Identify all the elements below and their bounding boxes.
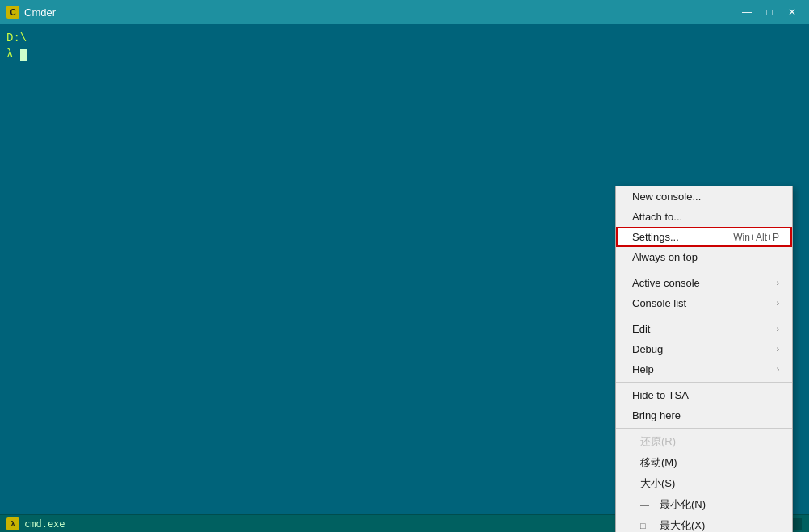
menu-item-attach-to-label: Attach to...	[632, 211, 779, 223]
menu-item-debug-arrow: ›	[777, 345, 779, 354]
maximize-button[interactable]: □	[759, 4, 780, 20]
menu-separator-2	[616, 316, 792, 316]
status-text: cmd.exe	[24, 518, 65, 530]
menu-item-edit-label: Edit	[632, 323, 777, 335]
menu-item-debug-label: Debug	[632, 343, 777, 355]
terminal-content: D:\ λ	[6, 31, 803, 62]
main-window: C Cmder — □ ✕ D:\ λ λ cmd.exe	[0, 0, 809, 532]
title-bar-left: C Cmder	[6, 6, 56, 19]
sys-menu-item-restore: 还原(R)	[616, 431, 792, 452]
menu-item-new-console[interactable]: New console...	[616, 186, 792, 207]
menu-item-settings[interactable]: Settings... Win+Alt+P	[616, 227, 792, 247]
menu-item-help-label: Help	[632, 363, 777, 375]
menu-item-bring-here-label: Bring here	[632, 409, 779, 421]
sys-menu-minimize-label: 最小化(N)	[660, 497, 779, 512]
status-icon: λ	[6, 517, 19, 530]
menu-item-debug[interactable]: Debug ›	[616, 339, 792, 359]
menu-item-console-list-arrow: ›	[777, 299, 779, 308]
sys-menu-restore-label: 还原(R)	[640, 434, 779, 449]
minimize-button[interactable]: —	[736, 4, 757, 20]
menu-item-bring-here[interactable]: Bring here	[616, 405, 792, 425]
menu-item-active-console-label: Active console	[632, 277, 777, 289]
menu-item-active-console[interactable]: Active console ›	[616, 273, 792, 293]
sys-menu-size-label: 大小(S)	[640, 476, 779, 491]
menu-item-attach-to[interactable]: Attach to...	[616, 207, 792, 227]
sys-menu-item-minimize[interactable]: — 最小化(N)	[616, 494, 792, 515]
menu-item-help-arrow: ›	[777, 365, 779, 374]
menu-item-hide-to-tsa-label: Hide to TSA	[632, 389, 779, 401]
menu-item-new-console-label: New console...	[632, 191, 779, 203]
menu-item-edit[interactable]: Edit ›	[616, 319, 792, 339]
sys-menu-item-maximize[interactable]: □ 最大化(X)	[616, 515, 792, 532]
menu-item-settings-shortcut: Win+Alt+P	[733, 232, 779, 243]
terminal-line2: λ	[6, 47, 803, 63]
app-icon: C	[6, 6, 19, 19]
minimize-sys-icon: —	[640, 500, 653, 509]
menu-item-settings-label: Settings...	[632, 231, 717, 243]
maximize-sys-icon: □	[640, 521, 653, 530]
menu-item-console-list[interactable]: Console list ›	[616, 293, 792, 313]
terminal-cursor	[20, 49, 27, 61]
menu-separator-1	[616, 270, 792, 270]
sys-menu-item-size[interactable]: 大小(S)	[616, 473, 792, 494]
window-title: Cmder	[24, 6, 56, 19]
sys-menu-item-move[interactable]: 移动(M)	[616, 452, 792, 473]
sys-menu-maximize-label: 最大化(X)	[660, 518, 779, 532]
menu-separator-4	[616, 428, 792, 429]
context-menu: New console... Attach to... Settings... …	[615, 186, 793, 532]
menu-item-hide-to-tsa[interactable]: Hide to TSA	[616, 385, 792, 405]
sys-menu-move-label: 移动(M)	[640, 455, 779, 470]
menu-item-edit-arrow: ›	[777, 325, 779, 333]
menu-item-active-console-arrow: ›	[777, 279, 779, 287]
window-controls: — □ ✕	[736, 4, 803, 20]
title-bar: C Cmder — □ ✕	[0, 0, 809, 24]
menu-item-console-list-label: Console list	[632, 297, 777, 309]
menu-item-always-on-top[interactable]: Always on top	[616, 247, 792, 267]
menu-item-always-on-top-label: Always on top	[632, 251, 779, 263]
close-button[interactable]: ✕	[782, 4, 803, 20]
menu-item-help[interactable]: Help ›	[616, 359, 792, 379]
menu-separator-3	[616, 382, 792, 383]
terminal-line1: D:\	[6, 31, 803, 47]
